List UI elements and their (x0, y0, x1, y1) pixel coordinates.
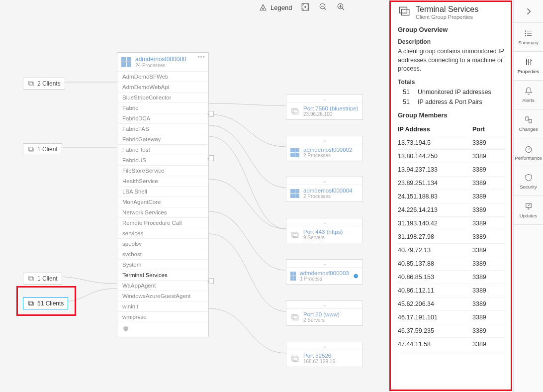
client-badge-51[interactable]: 51 Clients (23, 297, 68, 309)
table-row[interactable]: 40.86.85.1533389 (398, 271, 506, 284)
tab-security[interactable]: Security (514, 167, 543, 196)
dependency-node[interactable]: ⌄Port 7560 (bluestripe)23.96.26.100 (286, 95, 363, 120)
dependency-node[interactable]: ⌄admdemosf0000042 Processes (286, 177, 363, 202)
tab-summary[interactable]: Summary (514, 23, 543, 52)
svg-point-26 (525, 33, 526, 34)
dependency-node[interactable]: ⌄admdemosf0000031 Processi (286, 259, 363, 285)
process-item[interactable]: FabricFAS (117, 124, 208, 134)
dependency-row[interactable]: Port 32526168.63.129.16 (286, 350, 362, 367)
chevron-down-icon[interactable]: ⌄ (286, 301, 362, 309)
process-item[interactable]: MonAgentCore (117, 197, 208, 207)
svg-point-0 (263, 8, 264, 9)
updates-icon (524, 202, 533, 211)
tab-properties[interactable]: Properties (514, 52, 543, 81)
process-item[interactable]: FileStoreService (117, 166, 208, 176)
client-badge-2[interactable]: 2 Clients (23, 78, 65, 90)
process-item[interactable]: Remote Procedure Call (117, 218, 208, 228)
table-row[interactable]: 24.151.188.833389 (398, 190, 506, 203)
more-icon[interactable]: ••• (197, 54, 205, 61)
chevron-down-icon[interactable]: ⌄ (286, 342, 362, 350)
process-item[interactable]: wmiprvse (117, 312, 208, 322)
tab-changes[interactable]: Changes (514, 109, 543, 138)
chevron-down-icon[interactable]: ⌄ (286, 177, 362, 185)
table-row[interactable]: 40.85.137.883389 (398, 257, 506, 271)
process-item[interactable]: Network Services (117, 207, 208, 218)
dependency-row[interactable]: Port 443 (https)9 Servers (286, 226, 362, 243)
client-badge-1b[interactable]: 1 Client (23, 273, 62, 285)
process-item[interactable]: spoolsv (117, 239, 208, 249)
dependency-row[interactable]: admdemosf0000042 Processes (286, 185, 362, 201)
dependency-node[interactable]: ⌄Port 32526168.63.129.16 (286, 342, 363, 367)
process-item[interactable]: LSA Shell (117, 187, 208, 197)
dependency-node[interactable]: ⌄admdemosf0000022 Processes (286, 136, 363, 161)
svg-rect-14 (293, 110, 298, 114)
process-item[interactable]: Terminal Services (117, 270, 208, 281)
table-row[interactable]: 13.73.194.53389 (398, 136, 506, 150)
fit-to-screen-button[interactable] (301, 2, 310, 13)
svg-rect-20 (293, 316, 298, 320)
svg-rect-6 (29, 83, 33, 86)
svg-rect-9 (28, 277, 32, 280)
process-item[interactable]: FabricUS (117, 155, 208, 166)
process-item[interactable]: wininit (117, 301, 208, 312)
client-badge-1a[interactable]: 1 Client (23, 143, 62, 155)
chevron-down-icon[interactable]: ⌄ (286, 260, 362, 268)
zoom-out-button[interactable] (319, 2, 328, 13)
totals-count: 51 (398, 89, 410, 96)
chevron-down-icon[interactable]: ⌄ (286, 95, 362, 103)
table-row[interactable]: 40.79.72.133389 (398, 244, 506, 257)
svg-rect-8 (29, 148, 33, 151)
process-item[interactable]: HealthService (117, 176, 208, 187)
svg-rect-19 (292, 314, 297, 318)
machine-subtitle: 24 Processes (135, 63, 186, 68)
dependency-row[interactable]: Port 80 (www)2 Servers (286, 309, 362, 325)
process-item[interactable]: WindowsAzureGuestAgent (117, 291, 208, 301)
process-item[interactable]: FabricHost (117, 145, 208, 155)
table-row[interactable]: 31.198.27.983389 (398, 230, 506, 244)
cell-port: 3389 (472, 153, 506, 160)
chevron-down-icon[interactable]: ⌄ (286, 136, 362, 144)
table-row[interactable]: 13.80.144.2503389 (398, 150, 506, 163)
process-item[interactable]: BlueStripeCollector (117, 93, 208, 103)
info-icon[interactable]: i (353, 272, 359, 281)
dependency-row[interactable]: Port 7560 (bluestripe)23.96.26.100 (286, 103, 362, 119)
process-item[interactable]: svchost (117, 249, 208, 260)
cell-ip: 45.62.206.34 (398, 300, 472, 307)
table-row[interactable]: 46.37.59.2353389 (398, 324, 506, 338)
dependency-row[interactable]: admdemosf0000031 Processi (286, 268, 362, 284)
dependency-row[interactable]: admdemosf0000022 Processes (286, 144, 362, 161)
table-row[interactable]: 31.193.140.423389 (398, 217, 506, 230)
tab-alerts[interactable]: Alerts (514, 81, 543, 109)
dependency-map-canvas[interactable]: Legend 2 Clients 1 Client (0, 0, 390, 392)
machine-node-header[interactable]: admdemosf000000 24 Processes ••• (117, 53, 208, 72)
tab-performance[interactable]: Performance (514, 138, 543, 167)
chevron-down-icon[interactable]: ⌄ (286, 218, 362, 226)
process-item[interactable]: WaAppAgent (117, 281, 208, 291)
process-item[interactable]: Fabric (117, 103, 208, 113)
cell-port: 3389 (472, 314, 506, 321)
table-row[interactable]: 46.17.191.1013389 (398, 311, 506, 324)
svg-rect-12 (29, 302, 33, 305)
process-item[interactable]: FabricGateway (117, 134, 208, 145)
col-port-header: Port (472, 126, 506, 133)
process-item[interactable]: AdmDemoWebApi (117, 82, 208, 93)
machine-node[interactable]: admdemosf000000 24 Processes ••• AdmDemo… (117, 52, 209, 337)
windows-icon (121, 57, 131, 67)
process-item[interactable]: System (117, 260, 208, 270)
tab-updates[interactable]: Updates (514, 196, 543, 225)
table-row[interactable]: 13.94.237.1333389 (398, 163, 506, 177)
table-row[interactable]: 47.44.11.583389 (398, 338, 506, 351)
cell-port: 3389 (472, 139, 506, 146)
process-item[interactable]: services (117, 228, 208, 239)
table-row[interactable]: 23.89.251.1343389 (398, 177, 506, 190)
table-row[interactable]: 40.86.112.113389 (398, 284, 506, 297)
zoom-in-button[interactable] (337, 2, 346, 13)
table-row[interactable]: 24.226.14.2133389 (398, 203, 506, 217)
dependency-node[interactable]: ⌄Port 80 (www)2 Servers (286, 300, 363, 326)
legend-button[interactable]: Legend (259, 3, 292, 12)
process-item[interactable]: FabricDCA (117, 113, 208, 124)
collapse-button[interactable] (514, 0, 543, 23)
dependency-node[interactable]: ⌄Port 443 (https)9 Servers (286, 218, 363, 243)
process-item[interactable]: AdmDemoSFWeb (117, 72, 208, 82)
table-row[interactable]: 45.62.206.343389 (398, 297, 506, 311)
